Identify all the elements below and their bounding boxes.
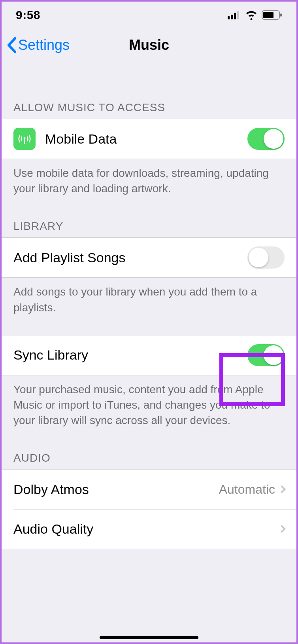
row-mobile-data[interactable]: Mobile Data [2, 119, 296, 159]
row-group-sync: Sync Library [2, 335, 296, 375]
battery-icon [262, 10, 282, 20]
section-footer-add-playlist: Add songs to your library when you add t… [2, 278, 296, 315]
sync-library-label: Sync Library [13, 347, 247, 363]
mobile-data-icon [13, 128, 36, 150]
row-sync-library[interactable]: Sync Library [2, 335, 296, 375]
svg-rect-0 [228, 16, 230, 19]
section-footer-sync: Your purchased music, content you add fr… [2, 375, 296, 428]
nav-header: Settings Music [2, 25, 296, 65]
status-time: 9:58 [16, 8, 40, 22]
row-dolby-atmos[interactable]: Dolby Atmos Automatic [2, 470, 296, 509]
svg-rect-5 [263, 12, 273, 18]
svg-rect-1 [231, 15, 233, 19]
dolby-value: Automatic [219, 482, 275, 497]
row-group-audio: Dolby Atmos Automatic Audio Quality [2, 469, 296, 549]
row-add-playlist-songs[interactable]: Add Playlist Songs [2, 238, 296, 277]
sync-library-toggle[interactable] [247, 344, 285, 366]
chevron-right-icon [278, 485, 286, 493]
wifi-icon [245, 10, 258, 20]
cellular-icon [228, 11, 241, 19]
audio-quality-label: Audio Quality [13, 521, 279, 537]
status-bar: 9:58 [2, 2, 296, 25]
add-playlist-label: Add Playlist Songs [13, 250, 247, 265]
mobile-data-toggle[interactable] [247, 128, 285, 150]
mobile-data-label: Mobile Data [45, 131, 247, 147]
page-title: Music [129, 37, 169, 53]
chevron-left-icon [6, 37, 17, 53]
back-label: Settings [18, 37, 70, 53]
svg-rect-6 [280, 13, 282, 17]
svg-rect-2 [234, 13, 236, 19]
section-header-library: Library [2, 196, 296, 237]
status-icons [228, 10, 282, 20]
back-button[interactable]: Settings [6, 37, 70, 53]
dolby-label: Dolby Atmos [13, 482, 219, 497]
section-header-access: Allow Music to Access [2, 65, 296, 119]
row-audio-quality[interactable]: Audio Quality [2, 509, 296, 549]
home-indicator [100, 636, 198, 639]
section-footer-access: Use mobile data for downloads, streaming… [2, 159, 296, 196]
add-playlist-toggle[interactable] [247, 246, 285, 269]
chevron-right-icon [278, 525, 286, 533]
svg-rect-3 [237, 11, 239, 19]
row-group-add-playlist: Add Playlist Songs [2, 237, 296, 278]
section-header-audio: Audio [2, 428, 296, 469]
row-group-access: Mobile Data [2, 119, 296, 159]
